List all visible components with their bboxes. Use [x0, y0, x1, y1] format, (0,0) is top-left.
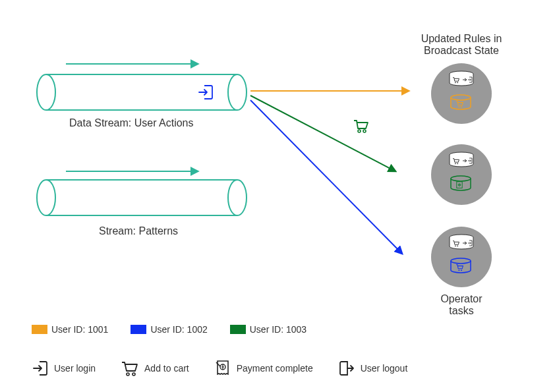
legend-logout-label: User logout	[361, 363, 408, 374]
legend-logout: User logout	[338, 360, 408, 377]
svg-point-16	[461, 106, 462, 107]
arrow-user-1002	[250, 100, 402, 254]
swatch-1003	[230, 325, 246, 334]
svg-point-31	[127, 373, 129, 376]
legend-user-1002: User ID: 1002	[131, 324, 207, 335]
arrow-user-1003	[250, 96, 395, 171]
legend-user-1002-label: User ID: 1002	[150, 324, 207, 335]
swatch-1001	[32, 325, 47, 334]
operator-task-1	[431, 63, 492, 124]
svg-point-13	[457, 82, 458, 83]
cart-icon	[121, 360, 139, 377]
legend-user-1003-label: User ID: 1003	[250, 324, 307, 335]
svg-point-0	[37, 74, 55, 110]
cart-icon-midstream	[354, 121, 368, 132]
legend-user-1003: User ID: 1003	[230, 324, 307, 335]
legend-cart-label: Add to cart	[144, 363, 189, 374]
svg-point-4	[37, 180, 55, 215]
svg-point-27	[457, 245, 458, 246]
svg-point-32	[132, 373, 135, 376]
operator-task-2	[431, 144, 492, 205]
legend-login: User login	[32, 360, 96, 377]
svg-point-15	[458, 106, 459, 107]
legend-cart: Add to cart	[121, 360, 189, 377]
swatch-1002	[131, 325, 146, 334]
legend-payment: Payment complete	[214, 359, 313, 378]
svg-point-3	[228, 74, 247, 110]
svg-point-29	[458, 269, 459, 271]
legend-icons: User login Add to cart Payment complete	[32, 359, 428, 378]
svg-point-19	[455, 163, 456, 164]
cylinder-data-stream	[37, 74, 247, 110]
svg-point-8	[358, 130, 361, 132]
data-stream-label: Data Stream: User Actions	[69, 117, 194, 129]
svg-point-7	[228, 180, 247, 215]
login-icon-in-stream	[199, 86, 212, 99]
legend-user-1001-label: User ID: 1001	[51, 324, 108, 335]
legend-login-label: User login	[54, 363, 96, 374]
login-icon	[32, 360, 49, 377]
legend-payment-label: Payment complete	[237, 363, 313, 374]
legend-users: User ID: 1001 User ID: 1002 User ID: 100…	[32, 324, 325, 335]
legend-user-1001: User ID: 1001	[32, 324, 108, 335]
operator-tasks-label: Operator tasks	[428, 293, 494, 317]
svg-point-26	[455, 245, 456, 246]
operator-task-3	[431, 227, 492, 287]
svg-point-30	[461, 269, 462, 271]
logout-icon	[338, 360, 355, 377]
cylinder-patterns	[37, 180, 247, 215]
svg-point-12	[455, 82, 456, 83]
svg-point-9	[363, 130, 366, 132]
receipt-icon	[214, 359, 231, 378]
pattern-stream-label: Stream: Patterns	[99, 225, 178, 237]
svg-point-20	[457, 163, 458, 164]
